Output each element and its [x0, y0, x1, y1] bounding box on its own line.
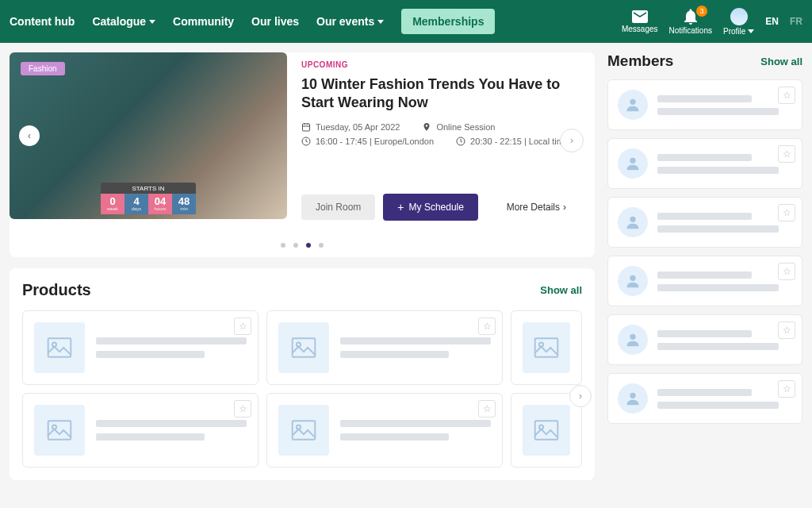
favorite-button[interactable]: ☆ — [778, 380, 795, 398]
product-title-placeholder — [340, 337, 491, 344]
event-time-origin: 16:00 - 17:45 | Europe/London — [301, 137, 434, 146]
chevron-right-icon: › — [570, 135, 573, 146]
product-title-placeholder — [96, 420, 247, 427]
event-title: 10 Winter Fashion Trends You Have to Sta… — [301, 75, 580, 113]
product-card[interactable]: ☆ — [22, 310, 259, 385]
countdown-week: 0 week — [101, 194, 124, 214]
member-name-placeholder — [657, 389, 752, 396]
more-details-link[interactable]: More Details › — [507, 202, 566, 213]
carousel-dot-active[interactable] — [306, 243, 311, 248]
member-avatar — [618, 148, 648, 179]
chevron-right-icon: › — [579, 391, 582, 402]
members-show-all[interactable]: Show all — [760, 56, 802, 67]
product-card[interactable]: ☆ — [266, 310, 503, 385]
product-card-partial[interactable] — [511, 393, 582, 468]
favorite-button[interactable]: ☆ — [778, 263, 795, 280]
nav-community[interactable]: Community — [173, 15, 234, 28]
nav-our-events[interactable]: Our events — [316, 15, 384, 28]
carousel-dots — [10, 243, 595, 248]
location-icon — [422, 122, 431, 132]
favorite-button[interactable]: ☆ — [778, 204, 795, 221]
favorite-button[interactable]: ☆ — [478, 318, 496, 335]
event-date: Tuesday, 05 Apr 2022 — [301, 122, 400, 132]
star-icon: ☆ — [783, 148, 791, 160]
member-name-placeholder — [657, 330, 752, 337]
my-schedule-button[interactable]: + My Schedule — [383, 194, 478, 221]
favorite-button[interactable]: ☆ — [478, 400, 496, 418]
top-nav: Content hub Catalogue Community Our live… — [0, 0, 812, 43]
product-image-placeholder — [34, 322, 85, 373]
member-card[interactable]: ☆ — [607, 197, 802, 248]
event-time-origin-text: 16:00 - 17:45 | Europe/London — [316, 137, 434, 146]
messages-button[interactable]: Messages — [622, 10, 658, 33]
product-subtitle-placeholder — [96, 433, 205, 441]
product-subtitle-placeholder — [340, 351, 449, 358]
member-name-placeholder — [657, 95, 752, 102]
product-subtitle-placeholder — [96, 351, 205, 358]
chevron-down-icon — [377, 20, 384, 24]
event-date-text: Tuesday, 05 Apr 2022 — [316, 122, 400, 132]
product-image-placeholder — [278, 405, 329, 456]
carousel-dot[interactable] — [281, 243, 285, 248]
member-role-placeholder — [657, 108, 779, 115]
carousel-dot[interactable] — [319, 243, 324, 248]
notification-badge: 3 — [696, 6, 707, 17]
favorite-button[interactable]: ☆ — [234, 400, 251, 418]
star-icon: ☆ — [239, 321, 247, 332]
lang-fr[interactable]: FR — [790, 16, 802, 27]
profile-label: Profile — [723, 27, 745, 36]
profile-button[interactable]: Profile — [723, 8, 754, 36]
member-avatar — [618, 90, 648, 120]
product-card[interactable]: ☆ — [266, 393, 503, 468]
member-name-placeholder — [657, 154, 752, 161]
member-card[interactable]: ☆ — [607, 373, 802, 424]
member-card[interactable]: ☆ — [607, 138, 802, 189]
member-card[interactable]: ☆ — [607, 314, 802, 365]
join-room-button[interactable]: Join Room — [301, 194, 375, 220]
svg-rect-14 — [293, 421, 316, 439]
member-role-placeholder — [657, 225, 779, 233]
star-icon: ☆ — [783, 383, 791, 394]
member-card[interactable]: ☆ — [607, 256, 802, 306]
star-icon: ☆ — [239, 403, 247, 414]
calendar-icon — [301, 122, 311, 132]
favorite-button[interactable]: ☆ — [778, 321, 795, 339]
nav-right: Messages 3 Notifications Profile EN FR — [622, 8, 802, 36]
products-next-button[interactable]: › — [569, 385, 592, 407]
favorite-button[interactable]: ☆ — [234, 318, 251, 335]
carousel-prev-button[interactable]: ‹ — [19, 125, 40, 146]
product-card-partial[interactable] — [511, 310, 582, 385]
favorite-button[interactable]: ☆ — [778, 87, 795, 104]
svg-rect-12 — [48, 421, 71, 439]
product-subtitle-placeholder — [340, 433, 449, 441]
countdown-days-unit: days — [124, 206, 148, 211]
notifications-button[interactable]: 3 Notifications — [669, 9, 712, 35]
favorite-button[interactable]: ☆ — [778, 145, 795, 163]
nav-content-hub[interactable]: Content hub — [10, 15, 75, 28]
member-avatar — [618, 383, 648, 414]
nav-our-events-label: Our events — [316, 15, 374, 28]
event-status: UPCOMING — [301, 60, 580, 69]
products-section: Products Show all ☆ — [10, 268, 595, 480]
lang-en[interactable]: EN — [765, 16, 779, 27]
event-image: Fashion ‹ STARTS IN 0 week 4 — [10, 52, 287, 219]
member-card[interactable]: ☆ — [607, 79, 802, 130]
carousel-next-button[interactable]: › — [560, 129, 584, 152]
product-title-placeholder — [96, 337, 247, 344]
event-time-local: 20:30 - 22:15 | Local time — [456, 137, 569, 146]
chevron-left-icon: ‹ — [28, 130, 31, 141]
notifications-label: Notifications — [669, 26, 712, 35]
member-role-placeholder — [657, 343, 779, 350]
product-title-placeholder — [340, 420, 491, 427]
nav-memberships[interactable]: Memberships — [401, 9, 495, 34]
star-icon: ☆ — [783, 325, 791, 336]
member-name-placeholder — [657, 271, 752, 279]
nav-our-lives[interactable]: Our lives — [251, 15, 299, 28]
chevron-down-icon — [748, 29, 754, 33]
chevron-down-icon — [149, 20, 155, 24]
carousel-dot[interactable] — [293, 243, 298, 248]
products-show-all[interactable]: Show all — [540, 284, 582, 296]
product-card[interactable]: ☆ — [22, 393, 259, 468]
nav-catalogue[interactable]: Catalogue — [92, 15, 155, 28]
svg-rect-0 — [303, 124, 310, 131]
